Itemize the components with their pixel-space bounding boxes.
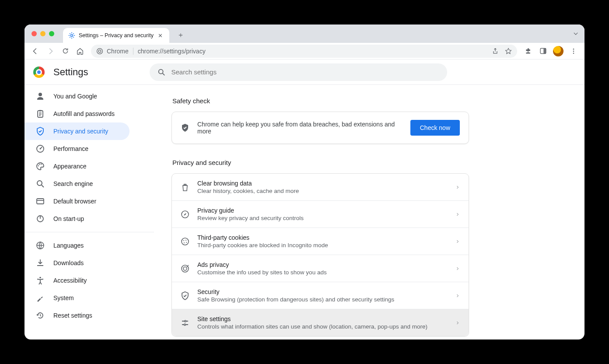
- sidebar-item-label: Reset settings: [53, 312, 92, 319]
- cookie-icon: [181, 237, 189, 246]
- sidebar-item-downloads[interactable]: Downloads: [24, 254, 130, 272]
- shield-check-icon: [181, 123, 189, 132]
- tab-strip: Settings – Privacy and security ✕ ＋: [24, 24, 584, 43]
- sidebar-divider: [24, 232, 154, 232]
- sidebar-item-search-engine[interactable]: Search engine: [24, 175, 130, 192]
- close-tab-icon[interactable]: ✕: [157, 32, 164, 39]
- sidebar-item-appearance[interactable]: Appearance: [24, 158, 130, 175]
- accessibility-icon: [36, 276, 45, 285]
- sidebar-item-system[interactable]: System: [24, 289, 130, 307]
- settings-row-security[interactable]: SecuritySafe Browsing (protection from d…: [172, 282, 469, 309]
- safety-check-card: Chrome can help keep you safe from data …: [172, 112, 469, 144]
- back-button[interactable]: [29, 45, 42, 58]
- kebab-menu-icon[interactable]: [567, 45, 580, 58]
- url-text: chrome://settings/privacy: [138, 48, 206, 55]
- sidebar-item-label: Appearance: [53, 163, 87, 170]
- row-subtitle: Clear history, cookies, cache and more: [197, 188, 448, 194]
- chrome-chip-icon: [96, 48, 103, 55]
- sidebar-item-privacy-and-security[interactable]: Privacy and security: [24, 122, 130, 140]
- svg-rect-26: [543, 49, 546, 54]
- row-title: Privacy guide: [197, 207, 448, 214]
- wrench-icon: [36, 294, 45, 302]
- person-icon: [36, 92, 45, 101]
- restore-icon: [36, 311, 45, 320]
- row-subtitle: Third-party cookies are blocked in Incog…: [197, 242, 448, 248]
- chevron-right-icon: [455, 212, 460, 217]
- settings-row-clear-browsing-data[interactable]: Clear browsing dataClear history, cookie…: [172, 174, 469, 200]
- row-subtitle: Safe Browsing (protection from dangerous…: [197, 296, 448, 303]
- sidebar-item-reset-settings[interactable]: Reset settings: [24, 307, 130, 324]
- sidebar-item-performance[interactable]: Performance: [24, 140, 130, 158]
- svg-point-27: [573, 48, 574, 49]
- window-controls: [30, 24, 59, 43]
- speedometer-icon: [36, 144, 45, 153]
- sidebar-item-default-browser[interactable]: Default browser: [24, 192, 130, 210]
- search-input[interactable]: [172, 68, 439, 76]
- privacy-list-card: Clear browsing dataClear history, cookie…: [172, 173, 469, 336]
- site-chip[interactable]: Chrome: [96, 48, 133, 55]
- browser-toolbar: Chrome chrome://settings/privacy: [24, 43, 584, 60]
- sidebar-item-languages[interactable]: Languages: [24, 237, 130, 254]
- chevron-right-icon: [455, 266, 460, 271]
- settings-body: You and GoogleAutofill and passwordsPriv…: [24, 85, 584, 340]
- chevron-right-icon: [455, 239, 460, 244]
- sidebar-item-autofill-and-passwords[interactable]: Autofill and passwords: [24, 105, 130, 122]
- sidebar-item-accessibility[interactable]: Accessibility: [24, 272, 130, 289]
- minimize-window-button[interactable]: [40, 31, 46, 36]
- compass-icon: [181, 210, 189, 219]
- side-panel-icon[interactable]: [536, 45, 550, 58]
- new-tab-button[interactable]: ＋: [175, 29, 187, 41]
- sidebar-item-label: Accessibility: [53, 277, 87, 284]
- section-title-privacy: Privacy and security: [172, 159, 469, 166]
- home-button[interactable]: [74, 45, 87, 58]
- sidebar-item-label: Default browser: [53, 198, 96, 205]
- search-settings-field[interactable]: [150, 63, 447, 81]
- sidebar-item-label: Privacy and security: [53, 128, 108, 135]
- chrome-logo-icon: [33, 66, 45, 78]
- settings-row-site-settings[interactable]: Site settingsControls what information s…: [172, 309, 469, 336]
- globe-icon: [36, 241, 45, 250]
- sidebar-item-you-and-google[interactable]: You and Google: [24, 88, 130, 105]
- clipboard-icon: [36, 109, 45, 118]
- target-icon: [181, 264, 189, 273]
- sidebar-item-label: You and Google: [53, 93, 97, 100]
- profile-avatar[interactable]: [553, 46, 564, 56]
- download-icon: [36, 259, 45, 267]
- sidebar-item-label: System: [53, 294, 74, 301]
- row-title: Security: [197, 288, 448, 295]
- chevron-right-icon: [455, 185, 460, 189]
- trash-icon: [181, 183, 189, 192]
- svg-point-24: [98, 50, 101, 52]
- page-title: Settings: [53, 66, 88, 78]
- sidebar-item-on-start-up[interactable]: On start-up: [24, 210, 130, 228]
- forward-button[interactable]: [44, 45, 57, 58]
- check-now-button[interactable]: Check now: [410, 120, 460, 136]
- reload-button[interactable]: [59, 45, 72, 58]
- chevron-right-icon: [455, 321, 460, 325]
- browser-tab[interactable]: Settings – Privacy and security ✕: [63, 28, 169, 43]
- sidebar: You and GoogleAutofill and passwordsPriv…: [24, 85, 154, 340]
- extensions-icon[interactable]: [522, 45, 535, 58]
- row-title: Site settings: [197, 315, 448, 322]
- row-subtitle: Customise the info used by sites to show…: [197, 269, 448, 276]
- address-bar[interactable]: Chrome chrome://settings/privacy: [91, 45, 517, 58]
- bookmark-icon[interactable]: [505, 48, 512, 55]
- row-subtitle: Controls what information sites can use …: [197, 323, 448, 330]
- settings-row-ads-privacy[interactable]: Ads privacyCustomise the info used by si…: [172, 255, 469, 282]
- sidebar-item-label: Search engine: [53, 180, 93, 187]
- tab-list-dropdown-icon[interactable]: [567, 24, 584, 43]
- share-icon[interactable]: [492, 48, 499, 55]
- shield-icon: [181, 291, 189, 300]
- sidebar-item-label: Performance: [53, 145, 88, 152]
- settings-row-third-party-cookies[interactable]: Third-party cookiesThird-party cookies a…: [172, 228, 469, 255]
- content-area: Safety check Chrome can help keep you sa…: [154, 85, 584, 340]
- close-window-button[interactable]: [32, 31, 37, 36]
- settings-row-privacy-guide[interactable]: Privacy guideReview key privacy and secu…: [172, 200, 469, 228]
- svg-point-23: [97, 48, 103, 54]
- safety-check-text: Chrome can help keep you safe from data …: [197, 121, 402, 135]
- chevron-right-icon: [455, 294, 460, 298]
- maximize-window-button[interactable]: [49, 31, 54, 36]
- svg-point-28: [573, 50, 574, 52]
- search-icon: [36, 179, 45, 188]
- sidebar-item-label: Downloads: [53, 259, 84, 266]
